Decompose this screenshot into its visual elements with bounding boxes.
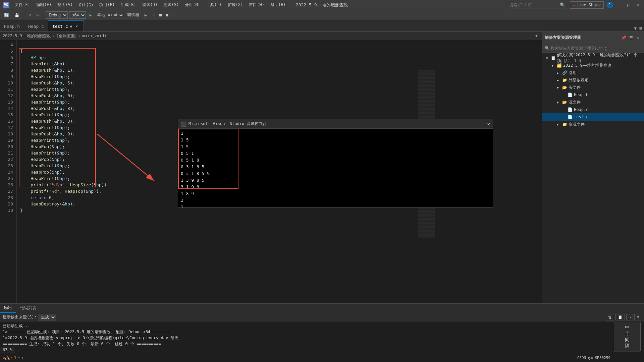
tab-heap-c[interactable]: Heap.c [24,20,48,32]
toolbar-redo-btn[interactable]: ↪ [34,12,41,18]
breadcrumb-project[interactable]: 2022.5.9——堆的增删查改 [3,33,51,39]
se-close-btn[interactable]: ✕ [635,35,641,41]
toolbar-undo-btn[interactable]: ↩ [26,12,33,18]
output-line-3: 1>2022.5.9—堆的增删查改.vcxproj -> D:\杂货铺\编程\g… [3,335,641,341]
close-btn[interactable]: ✕ [635,2,641,8]
toolbar-new-btn[interactable]: 🔄 [2,12,11,18]
tab-modified-icon: ● [70,24,72,28]
console-line-10: 1 8 9 [181,190,490,197]
continue-btn[interactable]: ▶ [143,12,149,18]
toolbar-more[interactable]: ⏸ ⏹ ⏺ [150,12,171,18]
output-more-btn[interactable]: ⚙ [634,314,641,320]
tab-layout-btn[interactable]: ⊞ [639,25,643,32]
output-tab-bar: 输出 错误列表 [0,304,644,313]
local-debugger-btn[interactable]: 本地 Windows 调试器 [95,11,141,18]
tab-heap-h[interactable]: Heap.h [0,20,24,32]
tab-test-c[interactable]: test.c ● ✕ [48,20,84,32]
tree-arrow-solution: ▼ [546,56,549,60]
console-title: ⬛ Microsoft Visual Studio 调试控制台 [181,121,267,127]
console-titlebar: ⬛ Microsoft Visual Studio 调试控制台 ✕ [178,119,493,129]
menu-git[interactable]: Git(G) [76,1,96,9]
solution-search-input[interactable] [551,46,641,51]
tree-resource-files[interactable]: ▶ 📁 资源文件 [542,121,644,128]
menu-bar: 文件(F) 编辑(E) 视图(V) Git(G) 项目(P) 生成(B) 调试(… [12,1,288,9]
run-btn[interactable]: ▶ [87,12,94,18]
menu-build[interactable]: 生成(B) [118,1,139,9]
tree-heap-h[interactable]: ▶ 📄 Heap.h [542,91,644,99]
output-line-1: 已启动生成... [3,323,641,329]
menu-tools[interactable]: 工具(T) [204,1,224,9]
console-close-btn[interactable]: ✕ [487,121,490,127]
menu-view[interactable]: 视图(V) [55,1,75,9]
tree-arrow-references: ▶ [557,71,561,75]
tree-solution[interactable]: ▼ 📋 解决方案"2022.5.9——堆的增删查改"(1 个项目/共 1 个 [542,54,644,62]
output-tab-errors[interactable]: 错误列表 [16,304,40,312]
menu-file[interactable]: 文件(F) [12,1,33,9]
output-line-2: 1>------- 已启动生成: 项目: 2022.5.9—堆的增删查改, 配置… [3,329,641,335]
menu-analyze[interactable]: 分析(N) [182,1,203,9]
source-files-icon: 📂 [562,100,567,105]
tab-bar: Heap.h Heap.c test.c ● ✕ ▼ ⊞ [0,20,644,32]
menu-edit[interactable]: 编辑(E) [34,1,54,9]
breadcrumb-symbol[interactable]: main(void) [82,34,106,38]
output-wrap-btn[interactable]: ↵ [626,314,633,320]
ext-deps-label: 外部依赖项 [569,77,589,83]
platform-select[interactable]: x64 [69,11,86,19]
tree-external-deps[interactable]: ▶ 📁 外部依赖项 [542,76,644,84]
tab-heap-c-label: Heap.c [28,24,44,29]
se-pin-btn[interactable]: 📌 [621,35,627,41]
tree-arrow-source-files: ▼ [557,101,561,104]
menu-test[interactable]: 测试(S) [161,1,181,9]
notification-badge[interactable]: 1 [606,2,613,8]
tree-heap-c[interactable]: ▶ 📄 Heap.c [542,106,644,113]
breadcrumb-add-btn[interactable]: + [534,34,539,38]
output-toolbar: 显示输出来源(S): 生成 🗑 📋 ↵ ⚙ [0,313,644,321]
menu-extensions[interactable]: 扩展(X) [225,1,246,9]
tree-test-c[interactable]: ▶ 📄 test.c [542,113,644,121]
cat-mascot: 中 半 间 隔 [614,322,641,352]
tree-arrow-header-files: ▼ [557,86,561,89]
test-c-icon: 📄 [568,115,573,119]
menu-help[interactable]: 帮助(H) [268,1,288,9]
tree-references[interactable]: ▶ 🔗 引用 [542,69,644,76]
search-input[interactable] [507,2,567,8]
solution-icon: 📋 [551,56,556,60]
live-share-btn[interactable]: ↗ Live Share [570,1,604,9]
config-select[interactable]: Debug [46,11,68,19]
toolbar-save-btn[interactable]: 💾 [12,12,21,18]
output-clear-btn[interactable]: 🗑 [606,314,614,320]
down-btn[interactable]: ↓ [21,356,24,360]
heap-c-icon: 📄 [568,107,573,112]
tree-source-files[interactable]: ▼ 📂 源文件 [542,99,644,106]
tab-test-c-label: test.c [52,24,68,29]
up-btn[interactable]: ↑ [18,356,20,360]
ext-deps-icon: 📁 [562,78,567,82]
window-title: 2022.5.9——堆的增删查改 [296,2,348,8]
menu-project[interactable]: 项目(P) [97,1,117,9]
solution-explorer-header: 解决方案资源管理器 📌 ☰ ✕ [542,32,644,44]
tree-header-files[interactable]: ▼ 📂 头文件 [542,84,644,91]
project-icon: 🗂️ [557,63,562,68]
output-source-select[interactable]: 生成 [38,314,56,320]
zoom-display[interactable]: 63 % [0,347,15,353]
toolbar: 🔄 💾 ↩ ↪ Debug x64 ▶ 本地 Windows 调试器 ▶ ⏸ ⏹… [0,10,644,20]
tab-dropdown-btn[interactable]: ▼ [633,25,637,32]
tab-heap-h-label: Heap.h [4,24,20,29]
tree-arrow-resource-files: ▶ [557,123,561,126]
menu-debug[interactable]: 调试(D) [140,1,160,9]
minimize-btn[interactable]: ─ [616,2,623,8]
console-line-12: 1 [181,204,490,207]
se-menu-btn[interactable]: ☰ [628,35,634,41]
breadcrumb-scope[interactable]: (全局范围) [56,33,77,39]
output-copy-btn[interactable]: 📋 [615,314,625,320]
header-files-icon: 📂 [562,85,567,90]
maximize-btn[interactable]: □ [625,2,632,8]
console-line-11: 3 [181,197,490,204]
tab-test-c-close[interactable]: ✕ [74,23,79,29]
breadcrumb-sep1: › [52,34,55,38]
csdn-label: CSDN @m_SR80259 [577,354,610,362]
output-tab-output[interactable]: 输出 [0,304,16,313]
menu-window[interactable]: 窗口(W) [246,1,267,9]
solution-search-icon: 🔍 [545,46,549,50]
console-line-5: 0 5 1 8 [181,157,490,164]
